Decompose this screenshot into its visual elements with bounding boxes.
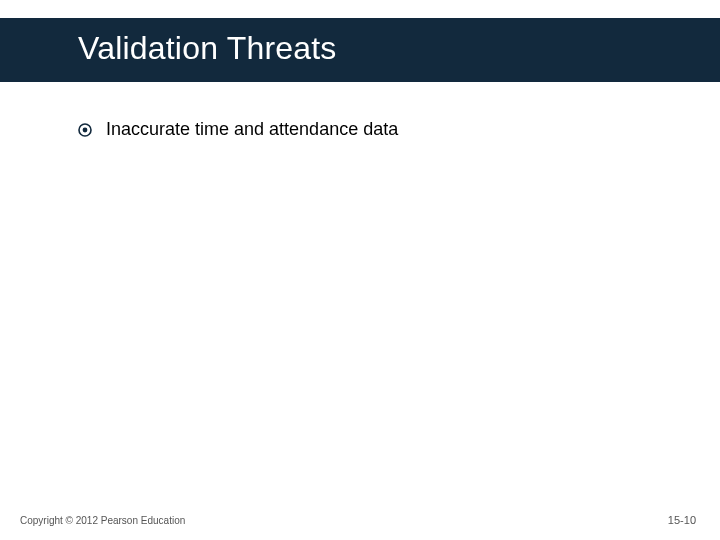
body-area: Inaccurate time and attendance data: [78, 118, 660, 155]
title-band: Validation Threats: [0, 18, 720, 82]
svg-point-1: [83, 127, 88, 132]
slide: Validation Threats Inaccurate time and a…: [0, 0, 720, 540]
bullet-text: Inaccurate time and attendance data: [106, 118, 398, 141]
copyright-text: Copyright © 2012 Pearson Education: [20, 515, 185, 526]
list-item: Inaccurate time and attendance data: [78, 118, 660, 141]
slide-title: Validation Threats: [78, 30, 337, 67]
page-number: 15-10: [668, 514, 696, 526]
target-bullet-icon: [78, 123, 92, 137]
